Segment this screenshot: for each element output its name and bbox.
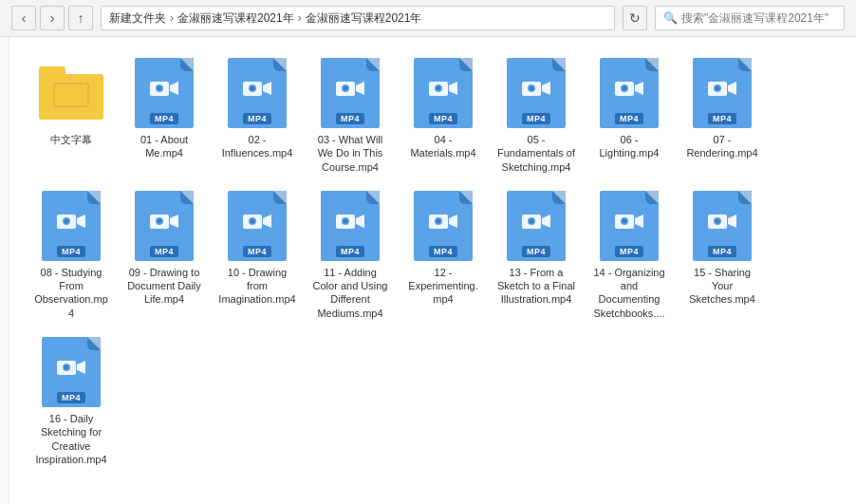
mp4-file-icon: MP4 — [414, 58, 473, 128]
refresh-button[interactable]: ↻ — [623, 6, 647, 30]
file-item[interactable]: MP4 07 - Rendering.mp4 — [679, 52, 765, 177]
file-item[interactable]: MP4 05 - Fundamentals of Sketching.mp4 — [493, 52, 579, 177]
file-label: 中文字幕 — [50, 133, 92, 146]
mp4-file-icon: MP4 — [321, 58, 380, 128]
file-item[interactable]: MP4 12 - Experimenting.mp4 — [400, 185, 486, 324]
svg-marker-30 — [77, 215, 85, 228]
mp4-file-icon: MP4 — [228, 58, 287, 128]
file-item[interactable]: MP4 08 - Studying From Observation.mp4 — [28, 185, 114, 324]
breadcrumb-mid[interactable]: 金淑丽速写课程2021年 — [177, 10, 294, 27]
svg-marker-2 — [170, 82, 178, 95]
mp4-file-icon: MP4 — [414, 191, 473, 261]
mp4-file-icon: MP4 — [135, 191, 194, 261]
file-label: 01 - About Me.mp4 — [125, 133, 203, 160]
file-item[interactable]: MP4 13 - From a Sketch to a Final Illust… — [493, 185, 579, 324]
file-icon-wrapper: MP4 — [317, 189, 383, 263]
mp4-file-icon: MP4 — [693, 191, 752, 261]
file-item[interactable]: MP4 01 - About Me.mp4 — [121, 52, 207, 177]
mp4-file-icon: MP4 — [321, 191, 380, 261]
file-icon-wrapper: MP4 — [317, 56, 383, 130]
svg-point-12 — [344, 86, 348, 91]
svg-point-8 — [251, 86, 255, 91]
mp4-file-icon: MP4 — [507, 191, 566, 261]
svg-marker-26 — [728, 82, 736, 95]
mp4-file-icon: MP4 — [228, 191, 287, 261]
file-icon-wrapper: MP4 — [224, 189, 290, 263]
svg-point-24 — [623, 86, 627, 91]
svg-marker-6 — [263, 82, 271, 95]
file-label: 11 - Adding Color and Using Different Me… — [311, 266, 389, 320]
file-label: 05 - Fundamentals of Sketching.mp4 — [497, 133, 575, 174]
file-icon-wrapper: MP4 — [224, 56, 290, 130]
svg-marker-38 — [263, 215, 271, 228]
file-label: 15 - Sharing Your Sketches.mp4 — [683, 266, 761, 307]
file-icon-wrapper: MP4 — [689, 56, 755, 130]
svg-marker-42 — [356, 215, 364, 228]
mp4-file-icon: MP4 — [42, 337, 101, 407]
file-item[interactable]: MP4 16 - Daily Sketching for Creative In… — [28, 331, 114, 470]
forward-button[interactable]: › — [40, 6, 65, 30]
back-button[interactable]: ‹ — [11, 6, 36, 30]
svg-marker-18 — [542, 82, 550, 95]
svg-point-44 — [344, 218, 348, 223]
file-item[interactable]: 中文字幕 — [28, 52, 114, 177]
file-item[interactable]: MP4 15 - Sharing Your Sketches.mp4 — [679, 185, 765, 324]
svg-marker-62 — [77, 361, 85, 374]
svg-point-52 — [530, 218, 534, 223]
file-label: 06 - Lighting.mp4 — [590, 133, 668, 160]
file-item[interactable]: MP4 14 - Organizing and Documenting Sket… — [586, 185, 672, 324]
file-icon-wrapper: MP4 — [410, 189, 476, 263]
folder-icon — [39, 66, 103, 120]
file-label: 04 - Materials.mp4 — [404, 133, 482, 160]
svg-point-28 — [716, 86, 720, 91]
file-label: 14 - Organizing and Documenting Sketchbo… — [590, 266, 668, 320]
search-input[interactable] — [681, 11, 836, 25]
svg-point-64 — [65, 365, 69, 370]
breadcrumb-sep-2: › — [298, 11, 302, 25]
breadcrumb[interactable]: 新建文件夹 › 金淑丽速写课程2021年 › 金淑丽速写课程2021年 — [101, 6, 615, 30]
file-item[interactable]: MP4 06 - Lighting.mp4 — [586, 52, 672, 177]
svg-point-48 — [437, 218, 441, 223]
file-item[interactable]: MP4 09 - Drawing to Document Daily Life.… — [121, 185, 207, 324]
file-icon-wrapper: MP4 — [38, 335, 104, 409]
title-bar: ‹ › ↑ 新建文件夹 › 金淑丽速写课程2021年 › 金淑丽速写课程2021… — [0, 0, 856, 37]
file-icon-wrapper: MP4 — [131, 56, 197, 130]
breadcrumb-sep-1: › — [170, 11, 174, 25]
file-icon-wrapper: MP4 — [503, 56, 569, 130]
file-grid: 中文字幕 MP4 01 - About Me.mp4 — [28, 52, 837, 470]
file-item[interactable]: MP4 04 - Materials.mp4 — [400, 52, 486, 177]
svg-marker-14 — [449, 82, 457, 95]
breadcrumb-current[interactable]: 金淑丽速写课程2021年 — [306, 10, 422, 27]
svg-point-16 — [437, 86, 441, 91]
svg-point-20 — [530, 86, 534, 91]
svg-marker-54 — [635, 215, 643, 228]
mp4-file-icon: MP4 — [600, 191, 659, 261]
file-label: 07 - Rendering.mp4 — [683, 133, 761, 160]
file-icon-wrapper: MP4 — [131, 189, 197, 263]
breadcrumb-root[interactable]: 新建文件夹 — [109, 10, 166, 27]
search-icon: 🔍 — [663, 11, 678, 25]
file-icon-wrapper: MP4 — [596, 189, 662, 263]
svg-point-32 — [65, 218, 69, 223]
file-label: 08 - Studying From Observation.mp4 — [32, 266, 110, 320]
file-item[interactable]: MP4 03 - What Will We Do in This Course.… — [307, 52, 393, 177]
file-item[interactable]: MP4 10 - Drawing from Imagination.mp4 — [214, 185, 300, 324]
file-label: 13 - From a Sketch to a Final Illustrati… — [497, 266, 575, 307]
mp4-file-icon: MP4 — [693, 58, 752, 128]
file-icon-wrapper — [38, 56, 104, 130]
file-item[interactable]: MP4 02 - Influences.mp4 — [214, 52, 300, 177]
sidebar — [0, 37, 9, 504]
file-label: 12 - Experimenting.mp4 — [404, 266, 482, 307]
svg-marker-50 — [542, 215, 550, 228]
mp4-file-icon: MP4 — [135, 58, 194, 128]
file-item[interactable]: MP4 11 - Adding Color and Using Differen… — [307, 185, 393, 324]
svg-marker-34 — [170, 215, 178, 228]
mp4-file-icon: MP4 — [600, 58, 659, 128]
svg-marker-22 — [635, 82, 643, 95]
file-label: 02 - Influences.mp4 — [218, 133, 296, 160]
file-label: 03 - What Will We Do in This Course.mp4 — [311, 133, 389, 174]
file-icon-wrapper: MP4 — [689, 189, 755, 263]
svg-marker-58 — [728, 215, 736, 228]
up-button[interactable]: ↑ — [68, 6, 93, 30]
search-bar[interactable]: 🔍 — [655, 6, 845, 30]
